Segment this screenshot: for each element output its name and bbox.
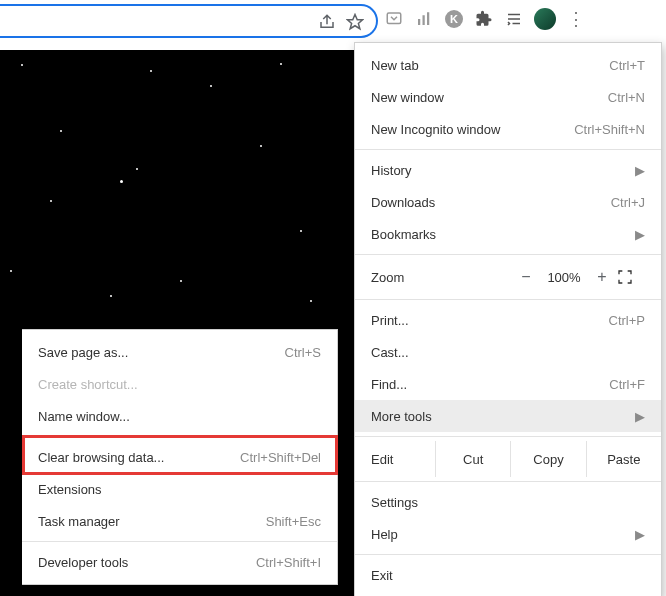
svg-rect-2 (418, 19, 420, 25)
extensions-puzzle-icon[interactable] (474, 9, 494, 29)
svg-rect-4 (427, 12, 429, 25)
zoom-out-button[interactable]: − (511, 268, 541, 286)
menu-label: Create shortcut... (38, 377, 321, 392)
share-icon[interactable] (318, 13, 336, 31)
submenu-arrow-icon: ▶ (635, 527, 645, 542)
menu-separator (355, 149, 661, 150)
menu-shortcut: Ctrl+F (609, 377, 645, 392)
menu-separator (355, 299, 661, 300)
chrome-main-menu: New tabCtrl+T New windowCtrl+N New Incog… (354, 42, 662, 596)
menu-label: Extensions (38, 482, 321, 497)
menu-shortcut: Ctrl+Shift+N (574, 122, 645, 137)
svg-marker-0 (348, 15, 363, 29)
menu-new-tab[interactable]: New tabCtrl+T (355, 49, 661, 81)
menu-label: History (371, 163, 627, 178)
submenu-arrow-icon: ▶ (635, 409, 645, 424)
menu-cast[interactable]: Cast... (355, 336, 661, 368)
submenu-developer-tools[interactable]: Developer toolsCtrl+Shift+I (22, 546, 337, 578)
menu-history[interactable]: History▶ (355, 154, 661, 186)
menu-label: Help (371, 527, 627, 542)
fullscreen-icon[interactable] (617, 269, 645, 285)
menu-label: New tab (371, 58, 609, 73)
menu-zoom: Zoom − 100% + (355, 259, 661, 295)
menu-more-tools[interactable]: More tools▶ (355, 400, 661, 432)
menu-downloads[interactable]: DownloadsCtrl+J (355, 186, 661, 218)
menu-shortcut: Shift+Esc (266, 514, 321, 529)
edit-paste-button[interactable]: Paste (586, 441, 661, 477)
submenu-task-manager[interactable]: Task managerShift+Esc (22, 505, 337, 537)
menu-label: Task manager (38, 514, 266, 529)
menu-edit-row: Edit Cut Copy Paste (355, 441, 661, 477)
menu-shortcut: Ctrl+J (611, 195, 645, 210)
menu-new-incognito[interactable]: New Incognito windowCtrl+Shift+N (355, 113, 661, 145)
submenu-arrow-icon: ▶ (635, 227, 645, 242)
menu-separator (355, 436, 661, 437)
submenu-arrow-icon: ▶ (635, 163, 645, 178)
svg-rect-1 (387, 13, 401, 24)
menu-label: Save page as... (38, 345, 285, 360)
kebab-menu-icon[interactable]: ⋮ (566, 9, 586, 29)
menu-new-window[interactable]: New windowCtrl+N (355, 81, 661, 113)
submenu-extensions[interactable]: Extensions (22, 473, 337, 505)
menu-label: Developer tools (38, 555, 256, 570)
menu-label: Find... (371, 377, 609, 392)
menu-print[interactable]: Print...Ctrl+P (355, 304, 661, 336)
menu-label: Downloads (371, 195, 611, 210)
menu-label: Settings (371, 495, 645, 510)
menu-bookmarks[interactable]: Bookmarks▶ (355, 218, 661, 250)
menu-label: New Incognito window (371, 122, 574, 137)
menu-label: More tools (371, 409, 627, 424)
menu-label: Bookmarks (371, 227, 627, 242)
pocket-icon[interactable] (384, 9, 404, 29)
k-extension-icon[interactable]: K (444, 9, 464, 29)
reading-list-icon[interactable] (504, 9, 524, 29)
submenu-name-window[interactable]: Name window... (22, 400, 337, 432)
submenu-create-shortcut: Create shortcut... (22, 368, 337, 400)
menu-shortcut: Ctrl+S (285, 345, 321, 360)
menu-shortcut: Ctrl+N (608, 90, 645, 105)
menu-shortcut: Ctrl+Shift+I (256, 555, 321, 570)
omnibox[interactable] (0, 4, 378, 38)
bookmark-star-icon[interactable] (346, 13, 364, 31)
menu-label: Exit (371, 568, 645, 583)
toolbar-icons: K ⋮ (384, 8, 586, 30)
zoom-value: 100% (541, 270, 587, 285)
submenu-save-page[interactable]: Save page as...Ctrl+S (22, 336, 337, 368)
menu-exit[interactable]: Exit (355, 559, 661, 591)
menu-shortcut: Ctrl+P (609, 313, 645, 328)
menu-label: Cast... (371, 345, 645, 360)
menu-label: New window (371, 90, 608, 105)
edit-cut-button[interactable]: Cut (435, 441, 510, 477)
menu-shortcut: Ctrl+T (609, 58, 645, 73)
menu-separator (22, 541, 337, 542)
svg-rect-3 (423, 15, 425, 25)
menu-settings[interactable]: Settings (355, 486, 661, 518)
menu-find[interactable]: Find...Ctrl+F (355, 368, 661, 400)
zoom-label: Zoom (371, 270, 511, 285)
menu-separator (355, 254, 661, 255)
edit-copy-button[interactable]: Copy (510, 441, 585, 477)
menu-separator (355, 554, 661, 555)
annotation-highlight-box (22, 435, 338, 475)
menu-label: Print... (371, 313, 609, 328)
menu-label: Name window... (38, 409, 321, 424)
zoom-in-button[interactable]: + (587, 268, 617, 286)
menu-separator (355, 481, 661, 482)
menu-help[interactable]: Help▶ (355, 518, 661, 550)
profile-avatar[interactable] (534, 8, 556, 30)
analytics-icon[interactable] (414, 9, 434, 29)
edit-label: Edit (355, 452, 435, 467)
